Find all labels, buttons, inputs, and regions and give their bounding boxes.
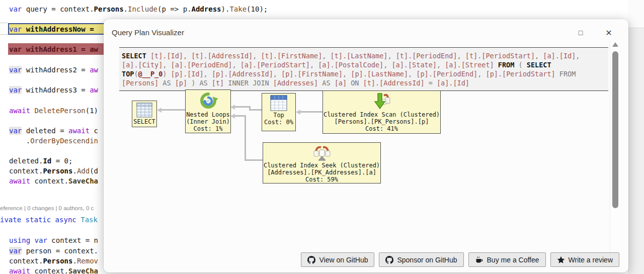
edge [245,115,246,161]
code-line: ivate static async Task [0,215,98,225]
codelens-info[interactable]: eference | 0 changes | 0 authors, 0 c [0,205,94,211]
star-icon [557,256,565,264]
buy-me-a-coffee-button[interactable]: Buy me a Coffee [468,252,546,267]
code-line: var withAddress1 = aw [9,44,98,54]
close-button[interactable]: ✕ [603,27,615,39]
background [628,0,644,28]
footer-button-row: View on GitHub Sponsor on GitHub Buy me … [301,252,619,267]
plan-node-clustered-index-seek[interactable]: Clustered Index Seek (Clustered) [Addres… [263,142,381,184]
node-label: Nested Loops [186,111,230,118]
code-line: context.Persons.Add(d [9,166,98,176]
node-label: Clustered Index Scan (Clustered) [323,111,440,118]
sql-line: SELECT [t].[Id], [t].[AddressId], [t].[F… [122,51,606,60]
code-line: var person = context. [9,246,98,256]
edge-arrow [230,105,235,110]
background [628,28,644,274]
sql-line: [a].[City], [a].[PeriodEnd], [a].[Period… [122,60,606,69]
code-line: await context.SaveCha [9,176,98,186]
edge [300,111,323,113]
code-line: await context.SaveCha [9,266,98,274]
github-icon [307,256,315,264]
edge-arrow [157,108,162,113]
code-line: deleted.Id = 0; [9,156,72,166]
scroll-up-button[interactable] [612,42,618,47]
edge [162,109,185,111]
dialog-title: Query Plan Visualizer [112,28,184,37]
button-label: View on GitHub [319,256,368,264]
sql-line: TOP(@__P_0) [p].[Id], [p].[AddressId], [… [122,69,606,78]
node-label: (Inner Join) [186,118,230,125]
button-label: Buy me a Coffee [487,256,539,264]
edge [249,109,262,111]
sql-line: [Persons] AS [p] ) AS [t] INNER JOIN [Ad… [122,78,606,87]
node-cost: Cost: 41% [323,125,440,132]
plan-node-select[interactable]: SELECT [132,101,157,127]
node-cost: Cost: 1% [186,125,230,132]
button-label: Sponsor on GitHub [397,256,457,264]
code-line: var query = context.Persons.Include(p =>… [9,4,268,14]
plan-node-top[interactable]: Top Cost: 0% [262,93,296,131]
gutter-mark [0,34,8,35]
plan-node-nested-loops[interactable]: Nested Loops (Inner Join) Cost: 1% [185,89,231,133]
result-table-icon [136,103,152,118]
node-label: Clustered Index Seek (Clustered) [263,162,380,169]
node-cost: Cost: 0% [262,119,295,126]
index-scan-icon [372,93,392,111]
top-table-icon [270,95,287,111]
plan-node-clustered-index-scan[interactable]: Clustered Index Scan (Clustered) [Person… [323,90,441,134]
index-seek-icon [312,144,332,161]
sponsor-on-github-button[interactable]: Sponsor on GitHub [379,252,463,267]
query-plan-visualizer-dialog: Query Plan Visualizer □ ✕ SELECT [t].[Id… [104,19,628,272]
write-a-review-button[interactable]: Write a review [550,252,619,267]
edge-arrow [296,110,300,115]
edge [235,106,251,108]
node-label: SELECT [132,118,156,125]
code-line: var withAddress2 = aw [9,65,98,75]
nested-loops-icon [199,92,218,111]
screen: var query = context.Persons.Include(p =>… [0,0,644,274]
sql-query-text: SELECT [t].[Id], [t].[AddressId], [t].[F… [119,48,608,90]
maximize-button[interactable]: □ [575,27,587,39]
node-object: [Persons].[PK_Persons].[p] [323,118,440,125]
edge [245,159,263,161]
node-label: Top [262,112,295,119]
code-line: context.Persons.Remov [9,256,98,266]
code-line: await DeletePerson(1) [9,106,98,116]
view-on-github-button[interactable]: View on GitHub [301,252,374,267]
github-icon [385,256,393,264]
coffee-cup-icon [475,256,484,264]
node-cost: Cost: 59% [263,176,380,183]
scrollbar[interactable] [610,41,620,268]
node-object: [Addresses].[PK_Addresses].[a] [263,169,380,176]
gutter-mark [0,23,8,23]
code-line: var withAddressNow = [9,24,98,34]
edge-arrow [230,114,235,119]
code-line: using var context = n [9,235,98,245]
scrollbar-thumb[interactable] [612,51,618,208]
code-line: var deleted = await c [9,126,98,136]
button-label: Write a review [569,256,613,264]
code-line: var withAddress3 = aw [9,85,98,95]
code-line: .OrderByDescendin [9,136,98,146]
